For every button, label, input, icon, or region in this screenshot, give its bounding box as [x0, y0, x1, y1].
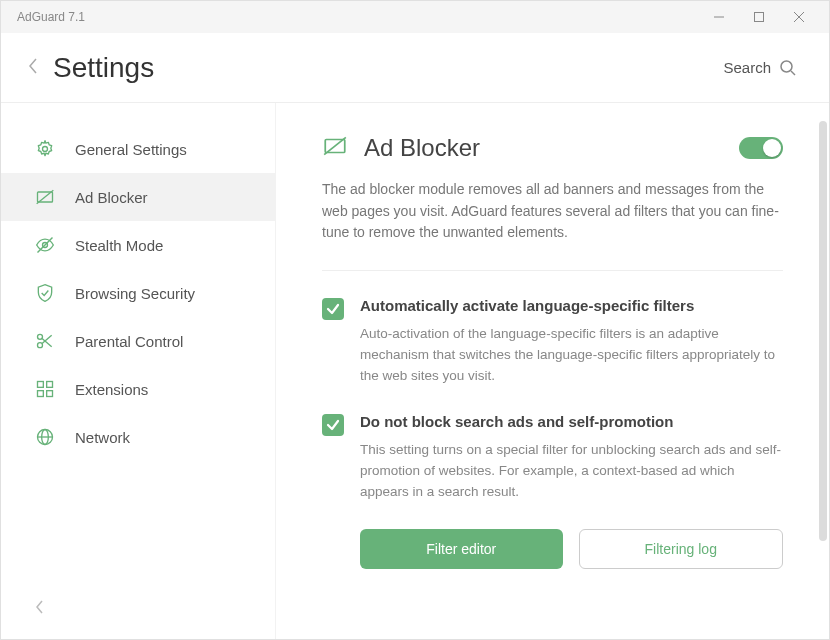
filter-editor-button[interactable]: Filter editor	[360, 529, 563, 569]
scrollbar[interactable]	[819, 121, 827, 601]
svg-rect-17	[38, 391, 44, 397]
body: General Settings Ad Blocker Stealth Mode…	[1, 103, 829, 639]
svg-rect-15	[38, 382, 44, 388]
filtering-log-button[interactable]: Filtering log	[579, 529, 784, 569]
svg-rect-18	[47, 391, 53, 397]
sidebar-item-parental-control[interactable]: Parental Control	[1, 317, 275, 365]
content-area: Ad Blocker The ad blocker module removes…	[276, 103, 829, 639]
sidebar-item-ad-blocker[interactable]: Ad Blocker	[1, 173, 275, 221]
scissors-icon	[35, 331, 55, 351]
section-title: Ad Blocker	[364, 134, 723, 162]
option-auto-language-filters: Automatically activate language-specific…	[322, 297, 783, 387]
svg-rect-1	[755, 13, 764, 22]
option-body: Do not block search ads and self-promoti…	[360, 413, 783, 503]
maximize-icon	[754, 12, 764, 22]
window-title: AdGuard 7.1	[11, 10, 699, 24]
option-description: Auto-activation of the language-specific…	[360, 324, 783, 387]
sidebar-item-network[interactable]: Network	[1, 413, 275, 461]
sidebar-item-label: Stealth Mode	[75, 237, 163, 254]
module-toggle[interactable]	[739, 137, 783, 159]
checkbox-dont-block-search-ads[interactable]	[322, 414, 344, 436]
minimize-icon	[714, 12, 724, 22]
ad-blocker-icon	[322, 133, 348, 163]
divider	[322, 270, 783, 271]
header: Settings Search	[1, 33, 829, 103]
titlebar: AdGuard 7.1	[1, 1, 829, 33]
window-controls	[699, 1, 819, 33]
option-description: This setting turns on a special filter f…	[360, 440, 783, 503]
action-buttons: Filter editor Filtering log	[360, 529, 783, 569]
chevron-left-icon	[27, 56, 39, 76]
svg-point-4	[781, 61, 792, 72]
sidebar-item-label: Ad Blocker	[75, 189, 148, 206]
back-button[interactable]	[27, 56, 39, 80]
sidebar-item-label: Browsing Security	[75, 285, 195, 302]
option-dont-block-search-ads: Do not block search ads and self-promoti…	[322, 413, 783, 503]
sidebar-collapse-button[interactable]	[1, 599, 275, 639]
scrollbar-thumb[interactable]	[819, 121, 827, 541]
check-icon	[326, 302, 340, 316]
svg-point-6	[43, 147, 48, 152]
app-window: AdGuard 7.1 Settings Search	[0, 0, 830, 640]
globe-icon	[35, 427, 55, 447]
sidebar-item-label: Extensions	[75, 381, 148, 398]
search-label: Search	[723, 59, 771, 76]
stealth-icon	[35, 235, 55, 255]
svg-line-5	[791, 71, 795, 75]
checkbox-auto-language-filters[interactable]	[322, 298, 344, 320]
search-button[interactable]: Search	[723, 59, 797, 77]
gear-icon	[35, 139, 55, 159]
close-button[interactable]	[779, 1, 819, 33]
chevron-left-icon	[35, 599, 45, 615]
sidebar-item-stealth-mode[interactable]: Stealth Mode	[1, 221, 275, 269]
section-description: The ad blocker module removes all ad ban…	[322, 179, 783, 244]
svg-point-11	[38, 334, 43, 339]
section-header: Ad Blocker	[322, 133, 783, 163]
sidebar-item-label: Network	[75, 429, 130, 446]
minimize-button[interactable]	[699, 1, 739, 33]
ad-blocker-icon	[35, 187, 55, 207]
svg-rect-16	[47, 382, 53, 388]
grid-icon	[35, 379, 55, 399]
check-icon	[326, 418, 340, 432]
option-title: Do not block search ads and self-promoti…	[360, 413, 783, 430]
svg-point-12	[38, 343, 43, 348]
close-icon	[794, 12, 804, 22]
page-title: Settings	[53, 52, 723, 84]
maximize-button[interactable]	[739, 1, 779, 33]
search-icon	[779, 59, 797, 77]
sidebar: General Settings Ad Blocker Stealth Mode…	[1, 103, 276, 639]
sidebar-item-label: General Settings	[75, 141, 187, 158]
sidebar-item-browsing-security[interactable]: Browsing Security	[1, 269, 275, 317]
sidebar-item-label: Parental Control	[75, 333, 183, 350]
option-title: Automatically activate language-specific…	[360, 297, 783, 314]
sidebar-item-general-settings[interactable]: General Settings	[1, 125, 275, 173]
sidebar-item-extensions[interactable]: Extensions	[1, 365, 275, 413]
option-body: Automatically activate language-specific…	[360, 297, 783, 387]
shield-icon	[35, 283, 55, 303]
